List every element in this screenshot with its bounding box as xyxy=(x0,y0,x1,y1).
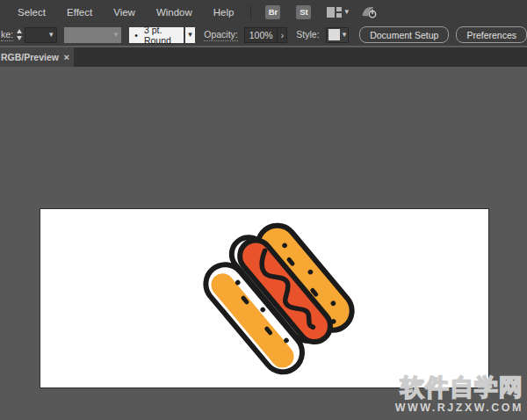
menu-effect[interactable]: Effect xyxy=(56,0,103,24)
brush-definition-dropdown[interactable]: • 3 pt. Round xyxy=(129,27,183,43)
watermark-url: WWW.RJZXW.COM xyxy=(395,402,523,414)
document-setup-button[interactable]: Document Setup xyxy=(359,26,449,43)
opacity-expand-button[interactable]: › xyxy=(278,27,287,43)
brush-stroke-preview: • xyxy=(134,30,138,40)
document-tab-strip: RGB/Preview) × xyxy=(0,47,527,67)
watermark-site-name: 软件自学网 xyxy=(395,376,523,400)
canvas-pasteboard[interactable] xyxy=(0,67,527,420)
opacity-value: 100% xyxy=(249,30,273,40)
watermark: 软件自学网 WWW.RJZXW.COM xyxy=(395,376,523,414)
workspace-chevron-down-icon[interactable]: ▾ xyxy=(344,8,349,16)
stepper-down-icon[interactable] xyxy=(17,36,22,40)
opacity-label[interactable]: Opacity: xyxy=(204,29,238,41)
brush-definition-chevron[interactable]: ▾ xyxy=(185,27,196,43)
control-bar: ke: ▾ ▾ • 3 pt. Round ▾ Opacity: 100% › … xyxy=(0,24,527,47)
menu-bar: Select Effect View Window Help Br St ▾ xyxy=(0,0,527,24)
stepper-up-icon[interactable] xyxy=(17,29,22,33)
document-tab-title: RGB/Preview) xyxy=(1,52,59,62)
preferences-button[interactable]: Preferences xyxy=(456,26,527,43)
style-dropdown[interactable]: ▾ xyxy=(326,27,350,43)
workspace-pane-right xyxy=(336,7,342,18)
graphic-styles-button[interactable]: St xyxy=(296,5,311,19)
chevron-down-icon: ▾ xyxy=(188,31,192,39)
menu-help[interactable]: Help xyxy=(203,0,245,24)
tab-close-icon[interactable]: × xyxy=(64,53,69,62)
power-glyph xyxy=(369,10,375,18)
document-tab[interactable]: RGB/Preview) × xyxy=(0,47,74,67)
opacity-input[interactable]: 100% xyxy=(244,27,278,43)
menu-window[interactable]: Window xyxy=(146,0,203,24)
chevron-right-icon: › xyxy=(281,30,285,40)
menu-select[interactable]: Select xyxy=(7,0,56,24)
workspace-layout-icon[interactable] xyxy=(327,7,342,18)
style-swatch xyxy=(328,29,340,40)
menu-view[interactable]: View xyxy=(103,0,146,24)
style-label: Style: xyxy=(296,29,319,40)
gpu-performance-icon[interactable] xyxy=(361,4,378,19)
workspace-pane-left xyxy=(327,7,335,18)
chevron-down-icon: ▾ xyxy=(114,31,119,39)
stroke-weight-dropdown[interactable]: ▾ xyxy=(25,27,57,43)
stroke-label: ke: xyxy=(1,29,13,41)
menu-separator xyxy=(250,5,251,19)
chevron-down-icon: ▾ xyxy=(49,31,54,39)
stroke-weight-stepper[interactable] xyxy=(17,29,22,40)
variable-width-dropdown-disabled: ▾ xyxy=(64,27,122,43)
chevron-down-icon: ▾ xyxy=(343,31,347,39)
illustrator-window: Select Effect View Window Help Br St ▾ k… xyxy=(0,0,527,420)
brush-libraries-button[interactable]: Br xyxy=(265,5,280,19)
artboard[interactable] xyxy=(40,209,488,387)
brush-definition-value: 3 pt. Round xyxy=(144,25,184,46)
hot-dog-illustration xyxy=(40,209,488,387)
